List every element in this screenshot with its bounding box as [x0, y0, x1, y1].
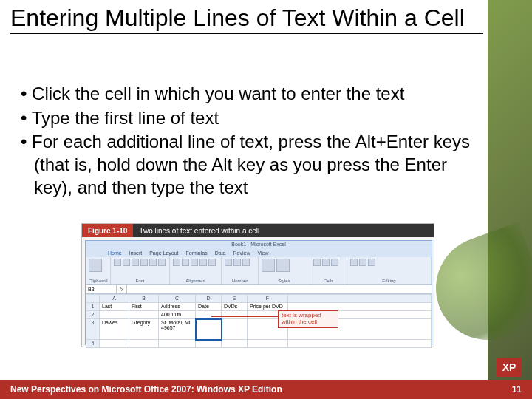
- bullet-item: Click the cell in which you want to ente…: [21, 83, 479, 106]
- cell[interactable]: [196, 340, 222, 348]
- ribbon-group-editing: Editing: [347, 257, 432, 284]
- editing-icon[interactable]: [359, 259, 366, 266]
- row-header[interactable]: 2: [86, 311, 100, 319]
- font-icon[interactable]: [140, 259, 148, 266]
- col-header-empty: [288, 295, 432, 303]
- figure: Figure 1-10 Two lines of text entered wi…: [81, 223, 434, 347]
- cell[interactable]: Last: [100, 303, 129, 311]
- number-icon[interactable]: [242, 259, 250, 266]
- cells-icon[interactable]: [331, 259, 338, 266]
- cell[interactable]: [222, 340, 248, 348]
- editing-icon[interactable]: [368, 259, 375, 266]
- tab-formulas[interactable]: Formulas: [186, 250, 208, 256]
- slide-title: Entering Multiple Lines of Text Within a…: [10, 4, 483, 34]
- col-header[interactable]: C: [159, 295, 196, 303]
- number-icon[interactable]: [225, 259, 232, 266]
- excel-titlebar: Book1 - Microsoft Excel: [86, 241, 432, 248]
- cell[interactable]: [100, 340, 129, 348]
- xp-badge: XP: [497, 358, 522, 377]
- footer-text: New Perspectives on Microsoft Office 200…: [10, 384, 282, 395]
- ribbon-group-cells: Cells: [310, 257, 347, 284]
- slide: Entering Multiple Lines of Text Within a…: [0, 0, 532, 399]
- bullet-item: For each additional line of text, press …: [21, 131, 479, 199]
- select-all-corner[interactable]: [86, 295, 100, 303]
- cells-icon[interactable]: [322, 259, 330, 266]
- cell[interactable]: [248, 340, 288, 348]
- styles-icon[interactable]: [276, 259, 290, 272]
- tab-insert[interactable]: Insert: [129, 250, 143, 256]
- name-box[interactable]: B3: [86, 285, 117, 293]
- cell[interactable]: [196, 311, 222, 319]
- styles-icon[interactable]: [262, 259, 275, 272]
- cell-grid: A B C D E F 1 Last First Address Date DV…: [86, 294, 432, 348]
- bullet-item: Type the first line of text: [21, 107, 479, 130]
- callout-leader-line: [211, 316, 278, 317]
- cell[interactable]: [222, 311, 248, 319]
- cell[interactable]: 400 11th: [159, 311, 196, 319]
- cells-icon[interactable]: [313, 259, 321, 266]
- editing-icon[interactable]: [350, 259, 358, 266]
- cell-selected[interactable]: [196, 319, 222, 340]
- tab-view[interactable]: View: [257, 250, 268, 256]
- row-header[interactable]: 4: [86, 340, 100, 348]
- fx-icon[interactable]: fx: [117, 285, 127, 293]
- figure-label: Figure 1-10: [82, 224, 133, 237]
- cell[interactable]: [100, 311, 129, 319]
- cell-wrapped[interactable]: St. Moral, MI 49657: [159, 319, 196, 340]
- tab-home[interactable]: Home: [108, 250, 122, 256]
- tab-page-layout[interactable]: Page Layout: [149, 250, 178, 256]
- footer: New Perspectives on Microsoft Office 200…: [0, 380, 532, 399]
- formula-input[interactable]: [127, 285, 432, 293]
- cell[interactable]: [129, 340, 159, 348]
- cell[interactable]: DVDs: [222, 303, 248, 311]
- ribbon-group-styles: Styles: [259, 257, 310, 284]
- font-icon[interactable]: [123, 259, 130, 266]
- cell[interactable]: Date: [196, 303, 222, 311]
- cell[interactable]: [159, 340, 196, 348]
- font-icon[interactable]: [114, 259, 121, 266]
- figure-caption: Two lines of text entered within a cell: [133, 224, 434, 237]
- cell[interactable]: Price per DVD: [248, 303, 288, 311]
- ribbon-group-number: Number: [222, 257, 259, 284]
- font-icon[interactable]: [132, 259, 139, 266]
- figure-header: Figure 1-10 Two lines of text entered wi…: [82, 224, 434, 237]
- align-icon[interactable]: [200, 259, 207, 266]
- cell[interactable]: Address: [159, 303, 196, 311]
- paste-icon[interactable]: [89, 259, 102, 272]
- cell-empty[interactable]: [288, 340, 432, 348]
- align-icon[interactable]: [182, 259, 189, 266]
- cell[interactable]: First: [129, 303, 159, 311]
- align-icon[interactable]: [208, 259, 216, 266]
- cell[interactable]: [129, 311, 159, 319]
- callout: text is wrapped within the cell: [278, 310, 338, 328]
- col-header[interactable]: D: [196, 295, 222, 303]
- col-header[interactable]: B: [129, 295, 159, 303]
- row-header[interactable]: 1: [86, 303, 100, 311]
- formula-bar: B3 fx: [86, 285, 432, 294]
- cell[interactable]: Gregory: [129, 319, 159, 340]
- col-header[interactable]: A: [100, 295, 129, 303]
- ribbon-group-clipboard: Clipboard: [86, 257, 111, 284]
- align-icon[interactable]: [191, 259, 198, 266]
- ribbon-tabs: Home Insert Page Layout Formulas Data Re…: [86, 248, 432, 257]
- excel-window: Book1 - Microsoft Excel Home Insert Page…: [85, 240, 432, 345]
- cell-empty[interactable]: [288, 303, 432, 311]
- col-header[interactable]: F: [248, 295, 288, 303]
- ribbon-group-alignment: Alignment: [170, 257, 222, 284]
- bullet-list: Click the cell in which you want to ente…: [21, 83, 479, 201]
- page-number: 11: [512, 384, 522, 395]
- col-header[interactable]: E: [222, 295, 248, 303]
- row-header[interactable]: 3: [86, 319, 100, 340]
- ribbon-group-font: Font: [111, 257, 170, 284]
- tab-review[interactable]: Review: [233, 250, 250, 256]
- font-icon[interactable]: [149, 259, 157, 266]
- cell[interactable]: Dawes: [100, 319, 129, 340]
- number-icon[interactable]: [233, 259, 241, 266]
- cell[interactable]: [222, 319, 248, 340]
- align-icon[interactable]: [173, 259, 180, 266]
- font-icon[interactable]: [158, 259, 166, 266]
- ribbon: Clipboard Font Alignment Number: [86, 257, 432, 285]
- tab-data[interactable]: Data: [215, 250, 226, 256]
